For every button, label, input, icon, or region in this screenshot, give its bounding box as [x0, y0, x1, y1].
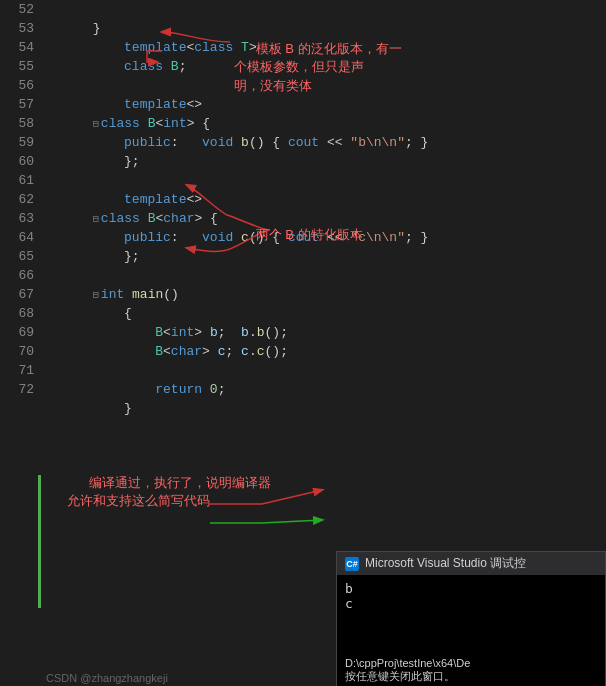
- code-line-71: return 0;: [42, 361, 606, 380]
- line-num-59: 59: [0, 133, 34, 152]
- line-num-72: 72: [0, 380, 34, 399]
- collapse-66[interactable]: ⊟: [93, 286, 99, 305]
- code-content: } template<class T> class B; template<> …: [42, 0, 606, 686]
- line-num-63: 63: [0, 209, 34, 228]
- popup-line-c: c: [345, 596, 597, 611]
- line-num-71: 71: [0, 361, 34, 380]
- vs-icon: C#: [345, 557, 359, 571]
- line-num-66: 66: [0, 266, 34, 285]
- debug-console-popup: C# Microsoft Visual Studio 调试控 b c D:\cp…: [336, 551, 606, 686]
- line-num-64: 64: [0, 228, 34, 247]
- code-line-56: template<>: [42, 76, 606, 95]
- watermark: CSDN @zhangzhangkeji: [46, 672, 168, 684]
- line-num-62: 62: [0, 190, 34, 209]
- line-num-58: 58: [0, 114, 34, 133]
- line-numbers: 52 53 54 55 56 57 58 59 60 61 62 63 64 6…: [0, 0, 42, 686]
- line-num-60: 60: [0, 152, 34, 171]
- line-num-69: 69: [0, 323, 34, 342]
- annotation-3: 编译通过，执行了，说明编译器允许和支持这么简写代码: [67, 456, 297, 529]
- line-num-70: 70: [0, 342, 34, 361]
- popup-close-hint: 按任意键关闭此窗口。: [345, 669, 597, 684]
- line-num-61: 61: [0, 171, 34, 190]
- line-num-65: 65: [0, 247, 34, 266]
- scope-indicator: [38, 475, 41, 608]
- code-line-66: ⊟int main(): [42, 266, 606, 285]
- line-num-56: 56: [0, 76, 34, 95]
- code-line-53: template<class T>: [42, 19, 606, 38]
- line-num-52: 52: [0, 0, 34, 19]
- code-editor: 52 53 54 55 56 57 58 59 60 61 62 63 64 6…: [0, 0, 606, 686]
- code-line-61: template<>: [42, 171, 606, 190]
- collapse-62[interactable]: ⊟: [93, 210, 99, 229]
- popup-title-text: Microsoft Visual Studio 调试控: [365, 555, 526, 572]
- popup-output: b c: [337, 575, 605, 655]
- line-num-57: 57: [0, 95, 34, 114]
- code-line-52: }: [42, 0, 606, 19]
- popup-line-b: b: [345, 581, 597, 596]
- line-num-68: 68: [0, 304, 34, 323]
- popup-title-bar: C# Microsoft Visual Studio 调试控: [337, 552, 605, 575]
- line-num-54: 54: [0, 38, 34, 57]
- line-num-67: 67: [0, 285, 34, 304]
- line-num-55: 55: [0, 57, 34, 76]
- line-num-53: 53: [0, 19, 34, 38]
- popup-path: D:\cppProj\testIne\x64\De: [345, 657, 597, 669]
- popup-footer: D:\cppProj\testIne\x64\De 按任意键关闭此窗口。: [337, 655, 605, 686]
- collapse-57[interactable]: ⊟: [93, 115, 99, 134]
